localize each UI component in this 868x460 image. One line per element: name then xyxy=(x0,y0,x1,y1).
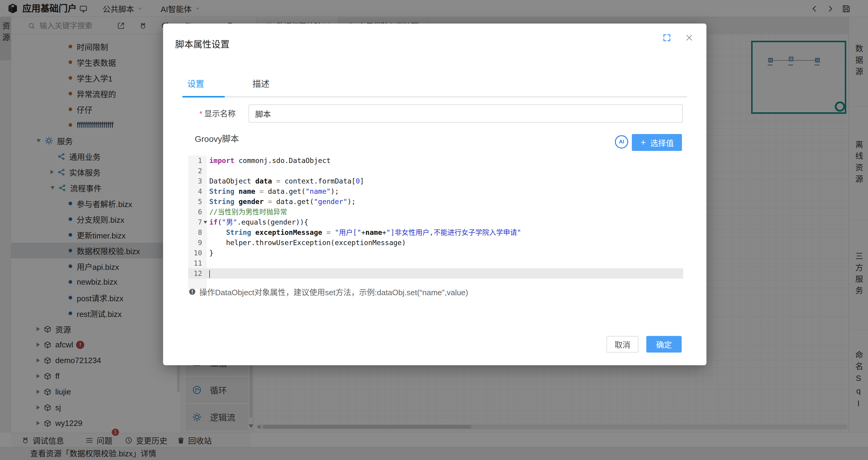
line-number: 12 xyxy=(188,268,207,278)
script-properties-dialog: 脚本属性设置 设置描述 *显示名称 Groovy脚本 AI 选择值 1impor… xyxy=(163,24,706,365)
dialog-tab[interactable]: 描述 xyxy=(252,77,270,89)
required-mark: * xyxy=(199,109,203,118)
code-line[interactable]: 10} xyxy=(188,248,683,258)
editor-hint: 操作DataObject对象属性，建议使用set方法，示例:dataObj.se… xyxy=(188,286,468,297)
text-cursor xyxy=(209,270,210,278)
code-line[interactable]: 5String gender = data.get("gender"); xyxy=(188,197,683,207)
app-window: 应用基础门户 公共脚本AI智能体 数据权限校验.bi女子学院入学流程 资源 时间… xyxy=(0,0,868,460)
cancel-button[interactable]: 取消 xyxy=(607,336,639,353)
groovy-script-label: Groovy脚本 xyxy=(195,132,239,144)
line-number: 9 xyxy=(188,237,207,248)
tab-divider xyxy=(182,96,687,98)
line-number: 4 xyxy=(188,186,207,197)
code-line[interactable]: 2 xyxy=(188,166,683,176)
line-number: 8 xyxy=(188,227,207,237)
plus-icon xyxy=(640,139,647,146)
line-number: 7 xyxy=(188,217,207,227)
code-line[interactable]: 1import commonj.sdo.DataObject xyxy=(188,156,683,166)
confirm-button[interactable]: 确定 xyxy=(646,336,682,353)
close-icon[interactable] xyxy=(685,33,694,42)
ai-assistant-button[interactable]: AI xyxy=(615,135,628,149)
select-value-button[interactable]: 选择值 xyxy=(632,134,682,151)
code-line[interactable]: 4String name = data.get("name"); xyxy=(188,186,683,197)
line-number: 11 xyxy=(188,258,207,268)
line-number: 10 xyxy=(188,248,207,258)
code-line[interactable]: 12 xyxy=(188,268,683,278)
display-name-label: *显示名称 xyxy=(199,104,236,123)
display-name-field[interactable] xyxy=(249,104,683,123)
code-line[interactable]: 6//当性别为男性时抛异常 xyxy=(188,207,683,217)
code-line[interactable]: 7if("男".equals(gender)){ xyxy=(188,217,683,227)
fullscreen-icon[interactable] xyxy=(662,33,672,42)
line-number: 1 xyxy=(188,156,207,166)
dialog-tabs: 设置描述 xyxy=(187,77,270,89)
dialog-title: 脚本属性设置 xyxy=(175,37,229,50)
active-tab-underline xyxy=(182,96,225,98)
code-line[interactable]: 3DataObject data = context.formData[0] xyxy=(188,176,683,186)
code-line[interactable]: 9 helper.throwUserException(exceptionMes… xyxy=(188,237,683,248)
code-editor[interactable]: 1import commonj.sdo.DataObject23DataObje… xyxy=(188,156,683,283)
line-number: 2 xyxy=(188,166,207,176)
code-line[interactable]: 11 xyxy=(188,258,683,268)
line-number: 5 xyxy=(188,197,207,207)
fold-caret-icon[interactable] xyxy=(204,221,207,224)
line-number: 6 xyxy=(188,207,207,217)
info-icon xyxy=(188,288,196,296)
line-number: 3 xyxy=(188,176,207,186)
code-line[interactable]: 8 String exceptionMessage = "用户["+name+"… xyxy=(188,227,683,237)
dialog-tab[interactable]: 设置 xyxy=(187,77,204,89)
